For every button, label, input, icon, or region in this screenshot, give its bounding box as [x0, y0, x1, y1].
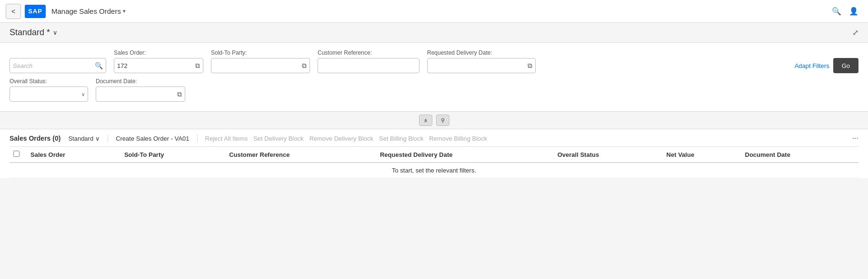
set-delivery-block-button[interactable]: Set Delivery Block: [253, 135, 303, 142]
requested-delivery-date-copy-icon[interactable]: ⧉: [528, 62, 532, 70]
customer-reference-column-header: Customer Reference: [225, 147, 376, 163]
requested-delivery-date-field: Requested Delivery Date: ⧉: [427, 49, 536, 73]
customer-reference-input[interactable]: [321, 62, 416, 69]
back-button[interactable]: <: [6, 4, 21, 19]
title-chevron-icon[interactable]: ▾: [123, 8, 126, 14]
search-input[interactable]: [13, 62, 93, 69]
sales-order-input[interactable]: [117, 62, 193, 69]
view-title-chevron-icon[interactable]: ∨: [53, 29, 58, 36]
table-title: Sales Orders (0): [10, 135, 60, 142]
sap-logo: SAP: [25, 5, 46, 18]
customer-reference-label: Customer Reference:: [318, 49, 419, 56]
overall-status-column-header: Overall Status: [554, 147, 663, 163]
toolbar-divider-2: [197, 135, 198, 142]
sales-order-input-wrap: ⧉: [114, 58, 203, 73]
collapse-icon: ∧: [424, 117, 428, 124]
search-button[interactable]: 🔍: [828, 3, 845, 20]
table-toolbar: Sales Orders (0) Standard ∨ Create Sales…: [10, 129, 858, 147]
requested-delivery-date-label: Requested Delivery Date:: [427, 49, 536, 56]
requested-delivery-date-column-header: Requested Delivery Date: [376, 147, 554, 163]
collapse-button[interactable]: ∧: [419, 115, 432, 126]
sales-order-column-header: Sales Order: [27, 147, 120, 163]
more-actions-icon[interactable]: ···: [852, 134, 858, 143]
sold-to-party-field: Sold-To Party: ⧉: [211, 49, 310, 73]
pin-icon: ⚲: [441, 117, 445, 124]
sold-to-party-label: Sold-To Party:: [211, 49, 310, 56]
document-date-copy-icon[interactable]: ⧉: [177, 90, 182, 98]
document-date-label: Document Date:: [96, 78, 185, 85]
select-all-column: [10, 147, 27, 163]
search-icon: 🔍: [832, 7, 841, 16]
table-area: Sales Orders (0) Standard ∨ Create Sales…: [0, 129, 868, 178]
filter-row-2: Overall Status: Open Completed In Progre…: [10, 78, 858, 102]
customer-reference-input-wrap: [318, 58, 419, 73]
table-variant-selector[interactable]: Standard ∨: [68, 135, 100, 142]
overall-status-label: Overall Status:: [10, 78, 88, 85]
view-title-text: Standard *: [10, 28, 50, 38]
overall-status-field: Overall Status: Open Completed In Progre…: [10, 78, 88, 102]
sold-to-party-copy-icon[interactable]: ⧉: [302, 62, 307, 70]
sold-to-party-column-header: Sold-To Party: [120, 147, 225, 163]
sales-order-copy-icon[interactable]: ⧉: [195, 62, 200, 70]
toolbar-divider-1: [108, 135, 108, 142]
remove-billing-block-button[interactable]: Remove Billing Block: [429, 135, 487, 142]
document-date-column-header: Document Date: [741, 147, 858, 163]
sales-orders-table: Sales Order Sold-To Party Customer Refer…: [10, 147, 858, 178]
net-value-column-header: Net Value: [663, 147, 741, 163]
set-billing-block-button[interactable]: Set Billing Block: [379, 135, 423, 142]
sales-order-field: Sales Order: ⧉: [114, 49, 203, 73]
table-header-row: Sales Order Sold-To Party Customer Refer…: [10, 147, 858, 163]
pin-button[interactable]: ⚲: [436, 115, 449, 126]
requested-delivery-date-input-wrap: ⧉: [427, 58, 536, 73]
search-field: 🔍: [10, 58, 106, 73]
collapse-row: ∧ ⚲: [0, 112, 868, 129]
sub-header: Standard * ∨ ⤢: [0, 23, 868, 43]
filter-bar: 🔍 Sales Order: ⧉ Sold-To Party: ⧉ Custom…: [0, 43, 868, 112]
overall-status-chevron-icon: ∨: [81, 92, 85, 97]
overall-status-select[interactable]: Open Completed In Progress: [13, 91, 80, 98]
sales-order-label: Sales Order:: [114, 49, 203, 56]
view-title: Standard * ∨: [10, 28, 58, 38]
filter-row-1: 🔍 Sales Order: ⧉ Sold-To Party: ⧉ Custom…: [10, 49, 858, 73]
sold-to-party-input-wrap: ⧉: [211, 58, 310, 73]
adapt-filters-link[interactable]: Adapt Filters: [795, 62, 829, 69]
top-navigation: < SAP Manage Sales Orders ▾ 🔍 👤: [0, 0, 868, 23]
select-all-checkbox[interactable]: [13, 151, 20, 157]
table-variant-chevron-icon: ∨: [95, 135, 100, 142]
table-empty-message: To start, set the relevant filters.: [10, 163, 858, 178]
document-date-input-wrap: ⧉: [96, 87, 185, 102]
user-button[interactable]: 👤: [845, 3, 862, 20]
user-icon: 👤: [849, 7, 858, 16]
app-title: Manage Sales Orders ▾: [51, 7, 126, 15]
search-submit-icon[interactable]: 🔍: [95, 62, 103, 69]
remove-delivery-block-button[interactable]: Remove Delivery Block: [309, 135, 373, 142]
create-sales-order-button[interactable]: Create Sales Order - VA01: [116, 135, 189, 142]
go-button[interactable]: Go: [833, 58, 858, 73]
sold-to-party-input[interactable]: [214, 62, 300, 69]
table-empty-row: To start, set the relevant filters.: [10, 163, 858, 178]
back-icon: <: [11, 8, 15, 15]
export-icon[interactable]: ⤢: [852, 28, 858, 37]
requested-delivery-date-input[interactable]: [430, 62, 526, 69]
overall-status-select-wrap: Open Completed In Progress ∨: [10, 87, 88, 102]
search-input-wrap: 🔍: [10, 58, 106, 73]
customer-reference-field: Customer Reference:: [318, 49, 419, 73]
document-date-input[interactable]: [99, 91, 175, 98]
document-date-field: Document Date: ⧉: [96, 78, 185, 102]
reject-all-items-button[interactable]: Reject All Items: [205, 135, 248, 142]
table-variant-label: Standard: [68, 135, 93, 142]
filter-actions: Adapt Filters Go: [795, 58, 858, 73]
